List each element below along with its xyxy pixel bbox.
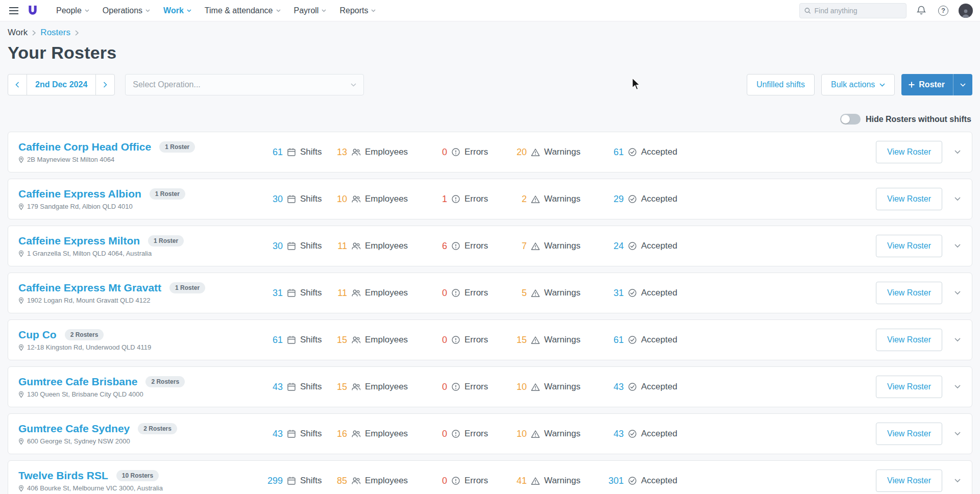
calendar-icon <box>287 476 296 485</box>
plus-icon <box>909 82 915 88</box>
new-roster-caret-button[interactable] <box>953 74 972 95</box>
nav-item-payroll[interactable]: Payroll <box>288 2 333 19</box>
operation-select[interactable]: Select Operation... <box>125 74 364 95</box>
stat-warnings: 2 Warnings <box>504 194 601 205</box>
employees-icon <box>351 241 361 251</box>
primary-nav: People Operations Work Time & attendance… <box>50 2 382 19</box>
user-avatar[interactable] <box>959 4 973 18</box>
nav-item-operations[interactable]: Operations <box>96 2 156 19</box>
view-roster-button[interactable]: View Roster <box>876 423 942 445</box>
current-date-button[interactable]: 2nd Dec 2024 <box>27 74 96 95</box>
stat-warnings: 20 Warnings <box>504 147 601 158</box>
warning-triangle-icon <box>531 195 540 204</box>
row-expand-chevron[interactable] <box>951 429 964 439</box>
employees-icon <box>351 476 361 485</box>
view-roster-button[interactable]: View Roster <box>876 329 942 351</box>
stat-employees: 85 Employees <box>325 476 425 486</box>
view-roster-button[interactable]: View Roster <box>876 470 942 492</box>
view-roster-button[interactable]: View Roster <box>876 376 942 398</box>
stat-errors: 0 Errors <box>425 476 504 486</box>
map-pin-icon <box>18 203 24 210</box>
chevron-down-icon <box>954 291 961 295</box>
view-roster-button[interactable]: View Roster <box>876 282 942 304</box>
roster-card: Gumtree Cafe Brisbane 2 Rosters 130 Quee… <box>8 366 972 407</box>
venue-name-link[interactable]: Caffeine Express Mt Gravatt <box>18 282 161 294</box>
row-expand-chevron[interactable] <box>951 241 964 251</box>
venue-name-link[interactable]: Caffeine Corp Head Office <box>18 141 151 153</box>
stat-employees: 11 Employees <box>325 288 425 299</box>
stat-employees: 13 Employees <box>325 147 425 158</box>
toolbar-actions: Unfilled shifts Bulk actions Roster <box>747 74 972 95</box>
venue-address: 179 Sandgate Rd, Albion QLD 4010 <box>18 203 260 210</box>
nav-item-time-attendance[interactable]: Time & attendance <box>199 2 287 19</box>
stat-errors: 0 Errors <box>425 147 504 158</box>
stat-errors: 1 Errors <box>425 194 504 205</box>
error-circle-icon <box>451 194 460 204</box>
top-navbar: People Operations Work Time & attendance… <box>0 0 980 21</box>
row-expand-chevron[interactable] <box>951 382 964 392</box>
next-date-button[interactable] <box>95 74 115 95</box>
map-pin-icon <box>18 250 24 257</box>
stat-employees: 10 Employees <box>325 194 425 205</box>
roster-count-badge: 10 Rosters <box>116 470 159 481</box>
breadcrumb-rosters[interactable]: Rosters <box>40 28 70 38</box>
hamburger-menu-icon[interactable] <box>7 5 20 16</box>
unfilled-shifts-button[interactable]: Unfilled shifts <box>747 74 815 95</box>
stat-errors: 0 Errors <box>425 335 504 345</box>
stat-warnings: 41 Warnings <box>504 476 601 486</box>
warning-triangle-icon <box>531 383 540 391</box>
row-expand-chevron[interactable] <box>951 147 964 157</box>
error-circle-icon <box>451 382 460 391</box>
notifications-bell-icon[interactable] <box>915 4 928 17</box>
chevron-down-icon <box>145 9 150 12</box>
row-expand-chevron[interactable] <box>951 288 964 298</box>
venue-name-link[interactable]: Gumtree Cafe Sydney <box>18 423 130 435</box>
nav-item-people[interactable]: People <box>50 2 95 19</box>
brand-logo-icon[interactable] <box>28 5 38 16</box>
nav-item-work[interactable]: Work <box>157 2 198 19</box>
warning-triangle-icon <box>531 430 540 438</box>
nav-item-reports[interactable]: Reports <box>333 2 382 19</box>
roster-count-badge: 2 Rosters <box>145 376 185 387</box>
stat-shifts: 43 Shifts <box>260 429 325 439</box>
view-roster-button[interactable]: View Roster <box>876 141 942 163</box>
new-roster-button[interactable]: Roster <box>901 74 953 95</box>
stat-shifts: 299 Shifts <box>260 476 325 486</box>
venue-name-link[interactable]: Cup Co <box>18 329 57 341</box>
venue-name-link[interactable]: Caffeine Express Milton <box>18 235 140 247</box>
calendar-icon <box>287 241 296 251</box>
search-input[interactable] <box>815 7 901 15</box>
roster-count-badge: 2 Rosters <box>138 423 177 434</box>
stat-employees: 15 Employees <box>325 382 425 392</box>
calendar-icon <box>287 335 296 344</box>
stat-shifts: 43 Shifts <box>260 382 325 392</box>
stat-accepted: 24 Accepted <box>601 241 698 252</box>
row-expand-chevron[interactable] <box>951 476 964 486</box>
venue-address: 130 Queen St, Brisbane City QLD 4000 <box>18 390 260 398</box>
roster-card: Caffeine Corp Head Office 1 Roster 2B Ma… <box>8 132 972 172</box>
venue-name-link[interactable]: Gumtree Cafe Brisbane <box>18 376 137 388</box>
map-pin-icon <box>18 391 24 398</box>
venue-name-link[interactable]: Caffeine Express Albion <box>18 188 141 200</box>
breadcrumb-work[interactable]: Work <box>8 28 28 38</box>
employees-icon <box>351 288 361 298</box>
view-roster-button[interactable]: View Roster <box>876 235 942 257</box>
breadcrumb: Work Rosters <box>8 28 972 38</box>
bulk-actions-button[interactable]: Bulk actions <box>821 74 895 95</box>
row-expand-chevron[interactable] <box>951 335 964 345</box>
roster-card: Cup Co 2 Rosters 12-18 Kingston Rd, Unde… <box>8 319 972 360</box>
stat-warnings: 5 Warnings <box>504 288 601 299</box>
calendar-icon <box>287 288 296 298</box>
map-pin-icon <box>18 297 24 304</box>
chevron-down-icon <box>954 150 961 154</box>
help-icon[interactable]: ? <box>936 4 950 18</box>
venue-name-link[interactable]: Twelve Birds RSL <box>18 470 108 482</box>
map-pin-icon <box>18 485 24 492</box>
chevron-down-icon <box>954 432 961 436</box>
check-circle-icon <box>628 335 637 344</box>
view-roster-button[interactable]: View Roster <box>876 188 942 210</box>
row-expand-chevron[interactable] <box>951 194 964 204</box>
hide-rosters-toggle[interactable] <box>840 114 861 125</box>
filter-toggle-row: Hide Rosters without shifts <box>8 114 972 125</box>
previous-date-button[interactable] <box>8 74 27 95</box>
